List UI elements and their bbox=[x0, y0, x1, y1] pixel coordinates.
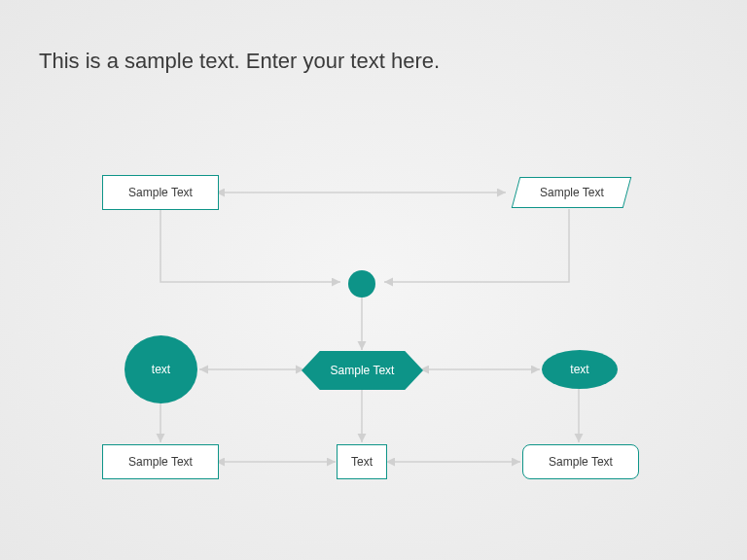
node-label: Text bbox=[351, 455, 373, 469]
node-bottom-center-rect: Text bbox=[337, 444, 387, 479]
node-label: Sample Text bbox=[331, 364, 395, 377]
node-center-small-circle bbox=[348, 270, 375, 298]
page-title: This is a sample text. Enter your text h… bbox=[39, 49, 440, 74]
node-mid-left-circle: text bbox=[124, 335, 197, 403]
node-label: text bbox=[152, 363, 170, 376]
node-top-right-parallelogram: Sample Text bbox=[512, 177, 632, 208]
node-label: Sample Text bbox=[128, 186, 193, 199]
node-label: Sample Text bbox=[549, 455, 613, 469]
node-mid-center-hexagon: Sample Text bbox=[302, 351, 423, 390]
node-label: text bbox=[570, 363, 588, 376]
node-bottom-right-rounded: Sample Text bbox=[522, 444, 639, 479]
node-bottom-left-rect: Sample Text bbox=[102, 444, 219, 479]
node-top-left-rect: Sample Text bbox=[102, 175, 219, 210]
node-label: Sample Text bbox=[540, 186, 604, 199]
node-mid-right-ellipse: text bbox=[542, 350, 618, 389]
node-label: Sample Text bbox=[128, 455, 193, 469]
